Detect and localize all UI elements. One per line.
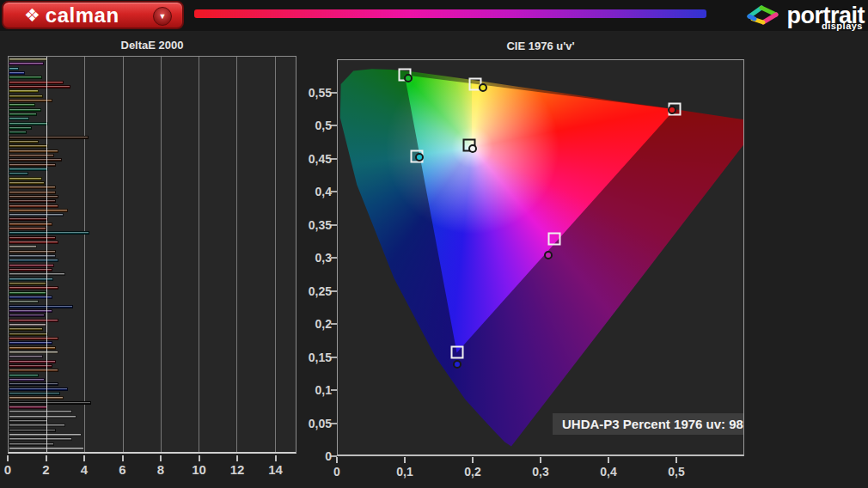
deltae-bar-63 <box>9 346 56 350</box>
deltae-bar-69 <box>9 374 39 377</box>
calman-logo-text: calman <box>46 3 119 27</box>
deltae-x-label-8: 8 <box>157 462 164 477</box>
blue-measured-point <box>453 360 462 369</box>
portrait-logo-subtext: displays <box>822 21 863 31</box>
cie-y-tick-0,05 <box>331 423 337 424</box>
calman-dropdown-button[interactable]: ▼ <box>153 7 172 26</box>
cie-y-tick-0,35 <box>331 224 337 226</box>
deltae-bar-74 <box>9 396 64 400</box>
deltae-bar-44 <box>9 259 58 262</box>
white-measured-point <box>468 144 477 153</box>
deltae-bar-17 <box>9 136 89 139</box>
cie-y-tick-0,45 <box>331 158 337 160</box>
cie-y-label-0,3: 0,3 <box>294 251 332 265</box>
green-measured-point <box>404 74 413 82</box>
deltae-bar-4 <box>9 76 42 79</box>
deltae-bar-25 <box>9 172 28 175</box>
cie-y-label-0,4: 0,4 <box>294 185 332 198</box>
deltae-bar-9 <box>9 99 52 102</box>
cie-y-tick-0,55 <box>331 92 337 94</box>
deltae-x-label-14: 14 <box>268 462 283 477</box>
deltae-x-label-2: 2 <box>42 462 49 477</box>
deltae-bar-61 <box>9 337 58 340</box>
deltae-bars <box>9 57 296 452</box>
cie-y-label-0,35: 0,35 <box>294 218 332 232</box>
deltae-bar-76 <box>9 406 47 409</box>
chevron-down-icon: ▼ <box>159 13 167 21</box>
deltae-bar-32 <box>9 204 58 208</box>
cie-y-label-0,5: 0,5 <box>294 119 332 132</box>
deltae-bar-36 <box>9 223 52 226</box>
deltae-chart-title: DeltaE 2000 <box>8 39 296 52</box>
deltae-bar-70 <box>9 378 45 381</box>
portrait-displays-logo: portrait displays <box>744 1 865 30</box>
deltae-bar-57 <box>9 319 58 322</box>
deltae-bar-5 <box>9 81 64 84</box>
cie-y-tick-0 <box>331 455 337 457</box>
deltae-bar-11 <box>9 108 41 112</box>
blue-target-square <box>450 346 463 359</box>
portrait-diamond-icon <box>744 3 782 27</box>
deltae-bar-35 <box>9 217 48 221</box>
calman-app-window: ❖ calman ▼ portrait displays <box>0 0 868 488</box>
deltae-bar-38 <box>9 231 89 235</box>
deltae-bar-73 <box>9 392 60 395</box>
cie-x-tick-0 <box>336 457 338 463</box>
cie-y-label-0,15: 0,15 <box>294 351 332 364</box>
deltae-x-tick-14 <box>275 455 277 461</box>
cie-x-label-0,1: 0,1 <box>396 465 413 479</box>
deltae-bar-59 <box>9 327 43 331</box>
deltae-bar-33 <box>9 209 68 212</box>
calman-menu-button[interactable]: ❖ calman ▼ <box>2 1 184 29</box>
deltae-bar-78 <box>9 415 76 418</box>
cie-x-tick-0,3 <box>540 457 541 463</box>
color-gradient-strip <box>194 9 706 18</box>
deltae-bar-58 <box>9 323 46 326</box>
deltae-bar-41 <box>9 245 37 248</box>
cie-x-tick-0,4 <box>608 457 609 463</box>
cie-y-tick-0,3 <box>331 257 337 259</box>
deltae-bar-55 <box>9 309 52 313</box>
deltae-bar-75 <box>9 401 91 405</box>
deltae-bar-24 <box>9 168 48 171</box>
deltae-bar-1 <box>9 62 44 65</box>
deltae-bar-60 <box>9 332 48 336</box>
deltae-bar-37 <box>9 227 46 230</box>
deltae-bar-0 <box>9 58 47 61</box>
deltae-bar-42 <box>9 250 56 253</box>
cie-x-tick-0,1 <box>404 457 406 463</box>
cie-x-label-0,3: 0,3 <box>532 465 548 479</box>
cie-y-tick-0,15 <box>331 357 337 358</box>
deltae-bar-82 <box>9 433 82 436</box>
deltae-bar-31 <box>9 199 56 203</box>
deltae-bar-26 <box>9 177 42 180</box>
magenta-target-square <box>548 232 561 245</box>
deltae-x-tick-6 <box>122 455 124 461</box>
deltae-bar-19 <box>9 144 48 148</box>
deltae-bar-13 <box>9 117 29 120</box>
deltae-bar-77 <box>9 410 72 413</box>
deltae-bar-22 <box>9 158 62 162</box>
magenta-measured-point <box>544 251 553 259</box>
cie-chart-title: CIE 1976 u'v' <box>337 40 744 52</box>
deltae-bar-43 <box>9 254 56 258</box>
deltae-bar-34 <box>9 213 64 217</box>
deltae-bar-23 <box>9 163 56 167</box>
gamut-coverage-readout: UHDA-P3 Percent 1976 uv: 98,9 <box>553 413 744 435</box>
cyan-measured-point <box>415 153 424 162</box>
cie-y-label-0,55: 0,55 <box>294 86 332 100</box>
deltae-bar-81 <box>9 429 56 432</box>
red-measured-point <box>668 106 676 114</box>
deltae-bar-8 <box>9 95 43 98</box>
deltae-x-axis: 02468101214 <box>8 455 296 481</box>
cie-y-label-0,1: 0,1 <box>294 383 332 397</box>
deltae-x-label-4: 4 <box>81 462 88 477</box>
deltae-bar-28 <box>9 186 56 189</box>
deltae-bar-6 <box>9 85 70 88</box>
deltae-bar-68 <box>9 369 58 372</box>
deltae-x-label-12: 12 <box>230 462 245 477</box>
deltae-bar-62 <box>9 341 52 345</box>
cie-x-tick-0,5 <box>675 457 677 463</box>
deltae-x-tick-4 <box>83 455 85 461</box>
cie-y-tick-0,2 <box>331 323 337 325</box>
